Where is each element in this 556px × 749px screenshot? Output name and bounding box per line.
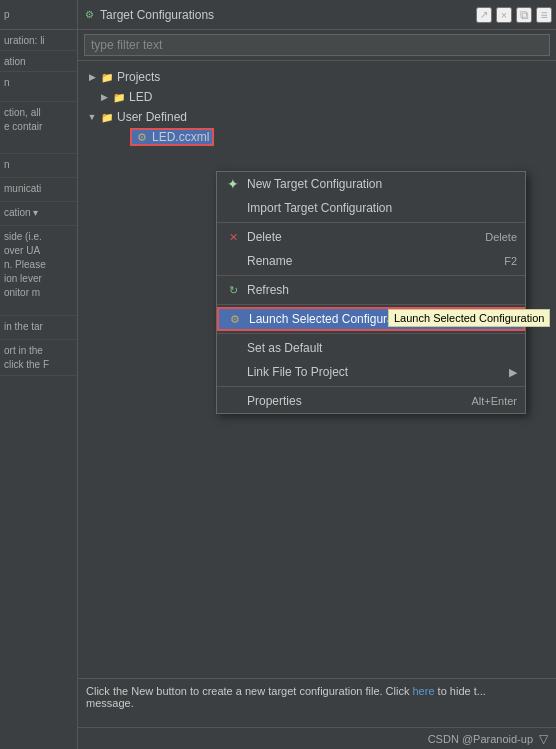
properties-label: Properties <box>247 394 463 408</box>
tooltip: Launch Selected Configuration <box>388 309 550 327</box>
menu-item-set-default[interactable]: Set as Default <box>217 336 525 360</box>
sidebar-label-intar: in the tar <box>4 321 43 332</box>
tree-item-projects[interactable]: ▶ 📁 Projects <box>82 67 552 87</box>
projects-arrow: ▶ <box>86 71 98 83</box>
sidebar-label-ort: ort in the click the F <box>4 345 49 370</box>
menu-item-link-file[interactable]: Link File To Project ▶ <box>217 360 525 384</box>
led-ccxml-label: LED.ccxml <box>152 130 209 144</box>
user-defined-arrow: ▼ <box>86 111 98 123</box>
menu-item-new-target[interactable]: ✦ New Target Configuration <box>217 172 525 196</box>
bottom-bar-text2: to hide t... <box>435 685 486 697</box>
tab-pin-btn[interactable]: ⧉ <box>516 7 532 23</box>
new-target-label: New Target Configuration <box>247 177 517 191</box>
projects-folder-icon: 📁 <box>100 70 114 84</box>
search-bar <box>78 30 556 61</box>
sidebar-label-n2: n <box>4 159 10 170</box>
rename-icon <box>225 253 241 269</box>
status-bar: CSDN @Paranoid-up ▽ <box>78 727 556 749</box>
tree-item-user-defined[interactable]: ▼ 📁 User Defined <box>82 107 552 127</box>
menu-item-delete[interactable]: ✕ Delete Delete <box>217 225 525 249</box>
rename-shortcut: F2 <box>504 255 517 267</box>
separator-1 <box>217 222 525 223</box>
tree-item-led[interactable]: ▶ 📁 LED <box>82 87 552 107</box>
set-default-icon <box>225 340 241 356</box>
status-bar-text: CSDN @Paranoid-up <box>428 733 533 745</box>
sidebar-label-n1: n <box>4 77 10 88</box>
context-menu: ✦ New Target Configuration Import Target… <box>216 171 526 414</box>
led-label: LED <box>129 90 152 104</box>
sidebar-label-municati: municati <box>4 183 41 194</box>
tab-menu-btn[interactable]: ≡ <box>536 7 552 23</box>
filter-icon: ▽ <box>539 732 548 746</box>
rename-label: Rename <box>247 254 496 268</box>
launch-icon: ⚙ <box>227 311 243 327</box>
sidebar-label-side: side (i.e. over UA n. Please ion lever o… <box>4 231 46 298</box>
link-file-label: Link File To Project <box>247 365 509 379</box>
main-panel: ⚙ Target Configurations ↗ × ⧉ ≡ ▶ 📁 Proj… <box>78 0 556 749</box>
bottom-bar-link[interactable]: here <box>413 685 435 697</box>
menu-item-rename[interactable]: Rename F2 <box>217 249 525 273</box>
separator-4 <box>217 333 525 334</box>
tab-close-btn[interactable]: × <box>496 7 512 23</box>
tab-label: Target Configurations <box>100 8 472 22</box>
led-folder-icon: 📁 <box>112 90 126 104</box>
led-ccxml-icon: ⚙ <box>135 130 149 144</box>
sidebar-label-ction: ction, all e contair <box>4 107 42 132</box>
user-defined-label: User Defined <box>117 110 187 124</box>
delete-shortcut: Delete <box>485 231 517 243</box>
sidebar-label-ation: ation <box>4 56 26 67</box>
sidebar-label-cation[interactable]: cation ▾ <box>4 207 38 218</box>
bottom-bar-text3: message. <box>86 697 134 709</box>
bottom-bar-text1: Click the New button to create a new tar… <box>86 685 413 697</box>
refresh-icon: ↻ <box>225 282 241 298</box>
target-config-tab-icon: ⚙ <box>82 8 96 22</box>
set-default-label: Set as Default <box>247 341 517 355</box>
tree-area: ▶ 📁 Projects ▶ 📁 LED ▼ 📁 User Defined ⚙ … <box>78 61 556 678</box>
menu-item-import-target[interactable]: Import Target Configuration <box>217 196 525 220</box>
user-defined-folder-icon: 📁 <box>100 110 114 124</box>
separator-3 <box>217 304 525 305</box>
properties-icon <box>225 393 241 409</box>
projects-label: Projects <box>117 70 160 84</box>
search-input[interactable] <box>84 34 550 56</box>
tab-actions: ↗ × ⧉ ≡ <box>476 7 552 23</box>
tab-bar: ⚙ Target Configurations ↗ × ⧉ ≡ <box>78 0 556 30</box>
new-target-icon: ✦ <box>225 176 241 192</box>
delete-icon: ✕ <box>225 229 241 245</box>
properties-shortcut: Alt+Enter <box>471 395 517 407</box>
led-arrow: ▶ <box>98 91 110 103</box>
tooltip-text: Launch Selected Configuration <box>394 312 544 324</box>
sidebar-top-label: p <box>4 9 10 20</box>
sidebar-label-uration: uration: li <box>4 35 45 46</box>
menu-item-properties[interactable]: Properties Alt+Enter <box>217 389 525 413</box>
tree-item-led-ccxml-row: ⚙ LED.ccxml <box>82 127 552 147</box>
left-sidebar: p uration: li ation n ction, all e conta… <box>0 0 78 749</box>
refresh-label: Refresh <box>247 283 517 297</box>
separator-2 <box>217 275 525 276</box>
separator-5 <box>217 386 525 387</box>
tab-minimize-btn[interactable]: ↗ <box>476 7 492 23</box>
link-file-icon <box>225 364 241 380</box>
link-file-arrow: ▶ <box>509 366 517 379</box>
menu-item-refresh[interactable]: ↻ Refresh <box>217 278 525 302</box>
import-target-icon <box>225 200 241 216</box>
import-target-label: Import Target Configuration <box>247 201 517 215</box>
delete-label: Delete <box>247 230 477 244</box>
led-ccxml-selected[interactable]: ⚙ LED.ccxml <box>130 128 214 146</box>
